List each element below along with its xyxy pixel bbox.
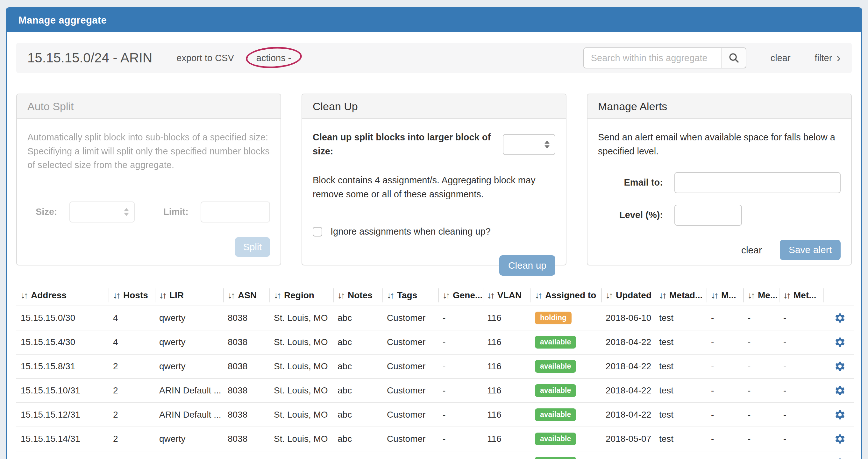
gear-icon[interactable]	[834, 433, 846, 445]
cell-updated: 2018-04-22	[601, 379, 655, 403]
column-header-lir[interactable]: ↓↑LIR	[155, 285, 223, 306]
column-header-address[interactable]: ↓↑Address	[16, 285, 108, 306]
cell-m: -	[707, 403, 743, 427]
cell-updated: 2018-06-10	[601, 306, 655, 330]
cell-row-settings	[824, 427, 854, 451]
cell-hosts: 2	[108, 379, 155, 403]
export-csv-link[interactable]: export to CSV	[177, 53, 234, 63]
sort-icon: ↓↑	[443, 290, 449, 300]
clean-up-size-select[interactable]	[503, 134, 555, 155]
column-header-asn[interactable]: ↓↑ASN	[223, 285, 269, 306]
status-badge: available	[535, 433, 576, 445]
gear-icon[interactable]	[834, 457, 846, 459]
clean-up-title: Clean Up	[313, 100, 358, 113]
save-alert-button[interactable]: Save alert	[780, 240, 841, 260]
column-header-met[interactable]: ↓↑Met...	[779, 285, 824, 306]
cell-region: St. Louis, MO	[269, 330, 333, 354]
cell-address: 15.15.15.14/31	[16, 427, 108, 451]
gear-icon[interactable]	[834, 361, 846, 372]
gear-icon[interactable]	[834, 409, 846, 421]
cell-assigned-to: available	[530, 427, 601, 451]
sort-icon: ↓↑	[387, 290, 393, 300]
column-header-assigned-to[interactable]: ↓↑Assigned to	[530, 285, 601, 306]
cell-lir: qwerty	[155, 354, 223, 379]
column-label: LIR	[169, 290, 184, 300]
column-label: Gene...	[453, 290, 483, 300]
column-header-region[interactable]: ↓↑Region	[269, 285, 333, 306]
search-input[interactable]	[583, 47, 722, 68]
cell-lir: qwerty	[155, 427, 223, 451]
cell-assigned-to: holding	[530, 306, 601, 330]
gear-icon[interactable]	[834, 336, 846, 348]
cell-asn: 8038	[223, 379, 269, 403]
cell-met: -	[779, 379, 824, 403]
status-badge: available	[535, 408, 576, 421]
column-label: Region	[284, 290, 314, 300]
cell-assigned-to: available	[530, 379, 601, 403]
column-header-notes[interactable]: ↓↑Notes	[333, 285, 382, 306]
table-body: 15.15.15.0/304qwerty8038St. Louis, MOabc…	[16, 306, 854, 459]
split-button[interactable]: Split	[235, 237, 270, 257]
cell-metad: test	[655, 306, 707, 330]
column-header-me[interactable]: ↓↑Me...	[743, 285, 779, 306]
cell-me: -	[743, 451, 779, 459]
search-group	[583, 47, 746, 68]
search-button[interactable]	[722, 47, 746, 68]
column-header-m[interactable]: ↓↑M...	[707, 285, 743, 306]
column-label: Updated	[616, 290, 651, 300]
page-title: Manage aggregate	[19, 14, 107, 26]
email-input[interactable]	[674, 172, 841, 193]
sort-icon: ↓↑	[228, 290, 234, 300]
sort-icon: ↓↑	[711, 290, 717, 300]
cell-updated: 2018-05-07	[601, 427, 655, 451]
column-header-metad[interactable]: ↓↑Metad...	[655, 285, 707, 306]
cell-notes: abc	[333, 306, 382, 330]
cell-met: -	[779, 427, 824, 451]
cell-gene: -	[438, 403, 483, 427]
gear-icon[interactable]	[834, 385, 846, 396]
cell-row-settings	[824, 354, 854, 379]
manage-alerts-description: Send an alert email when available space…	[598, 131, 841, 158]
panel-heading: Manage aggregate	[7, 8, 861, 32]
search-icon	[728, 53, 739, 63]
alert-clear-link[interactable]: clear	[741, 243, 762, 257]
cell-asn: 8038	[223, 306, 269, 330]
manage-alerts-body: Send an alert email when available space…	[587, 119, 851, 260]
cell-me: -	[743, 379, 779, 403]
cell-notes: abc	[333, 427, 382, 451]
clean-up-button[interactable]: Clean up	[499, 255, 555, 276]
actions-dropdown[interactable]: actions -	[256, 53, 291, 63]
cell-vlan: 116	[483, 379, 530, 403]
clean-up-note: Block contains 4 assignment/s. Aggregati…	[313, 173, 555, 201]
ignore-assignments-checkbox[interactable]	[313, 227, 322, 236]
filter-link[interactable]: filter ›	[815, 52, 841, 64]
cell-metad: test	[655, 427, 707, 451]
column-header-hosts[interactable]: ↓↑Hosts	[108, 285, 155, 306]
cell-m: -	[707, 451, 743, 459]
table-row: 15.15.15.16/2816qwerty8038St. Louis, MOa…	[16, 451, 854, 459]
ignore-assignments-row: Ignore assignments when cleaning up?	[313, 225, 555, 239]
column-header-vlan[interactable]: ↓↑VLAN	[483, 285, 530, 306]
limit-input[interactable]	[200, 201, 270, 223]
gear-icon[interactable]	[834, 312, 846, 324]
split-button-row: Split	[27, 237, 270, 257]
level-input[interactable]	[674, 205, 742, 226]
cell-address: 15.15.15.0/30	[16, 306, 108, 330]
sort-icon: ↓↑	[21, 290, 27, 300]
sort-icon: ↓↑	[338, 290, 344, 300]
column-header-tags[interactable]: ↓↑Tags	[382, 285, 438, 306]
cell-gene: -	[438, 330, 483, 354]
sort-icon: ↓↑	[783, 290, 790, 300]
size-select[interactable]	[69, 201, 135, 223]
cell-me: -	[743, 403, 779, 427]
cell-m: -	[707, 354, 743, 379]
clean-up-card: Clean Up Clean up split blocks into larg…	[302, 94, 566, 265]
column-label: Address	[31, 290, 66, 300]
cell-m: -	[707, 306, 743, 330]
sort-icon: ↓↑	[659, 290, 665, 300]
cell-vlan: 116	[483, 451, 530, 459]
column-header-gene[interactable]: ↓↑Gene...	[438, 285, 483, 306]
column-header-updated[interactable]: ↓↑Updated	[601, 285, 655, 306]
auto-split-description: Automatically split block into sub-block…	[27, 131, 270, 172]
clear-filter-link[interactable]: clear	[771, 53, 790, 63]
